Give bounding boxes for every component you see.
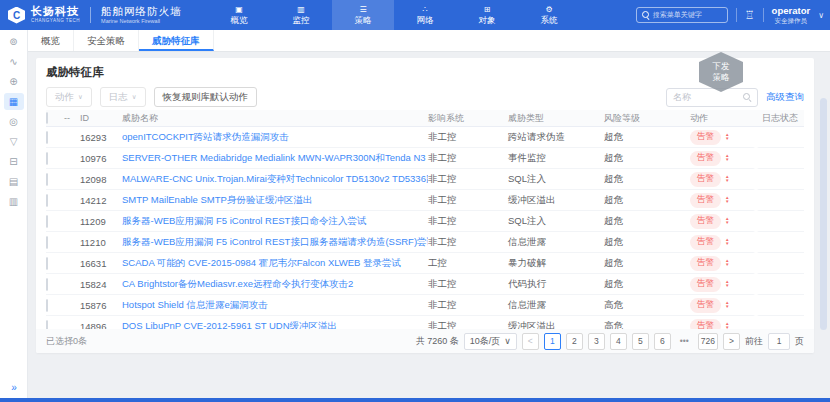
- action-stepper-icon[interactable]: ▲ ▼: [725, 238, 729, 247]
- nav-item-overview[interactable]: ▣概览: [208, 0, 270, 30]
- vertical-scrollbar[interactable]: [820, 98, 827, 330]
- row-checkbox[interactable]: [46, 299, 48, 312]
- user-menu[interactable]: operator 安全操作员: [772, 6, 811, 24]
- top-header: C 长扬科技 CHANGYANG TECH 船舶网络防火墙 Marine Net…: [0, 0, 830, 30]
- col-risk: 风险等级: [604, 112, 690, 125]
- chevron-down-icon[interactable]: ∨: [818, 11, 824, 20]
- row-threat-name-link[interactable]: 服务器-WEB应用漏洞 F5 iControl REST接口命令注入尝试: [122, 215, 428, 228]
- action-alert-pill[interactable]: 告警: [690, 214, 721, 229]
- row-threat-name-link[interactable]: CA Brightstor备份Mediasvr.exe远程命令执行变体攻击2: [122, 278, 428, 291]
- action-alert-pill[interactable]: 告警: [690, 235, 721, 250]
- row-risk-level: 超危: [604, 152, 690, 165]
- row-affected-system: 非工控: [428, 215, 508, 228]
- action-stepper-icon[interactable]: ▲ ▼: [725, 259, 729, 268]
- company-name: 长扬科技 CHANGYANG TECH: [31, 6, 80, 24]
- action-alert-pill[interactable]: 告警: [690, 130, 721, 145]
- tab-威胁特征库[interactable]: 威胁特征库: [139, 30, 214, 51]
- row-threat-name-link[interactable]: MALWARE-CNC Unix.Trojan.Mirai变种对Technico…: [122, 173, 428, 186]
- toggle-knob: [751, 285, 761, 295]
- action-stepper-icon[interactable]: ▲ ▼: [725, 217, 729, 226]
- action-stepper-icon[interactable]: ▲ ▼: [725, 133, 729, 142]
- tab-安全策略[interactable]: 安全策略: [74, 30, 139, 51]
- action-alert-pill[interactable]: 告警: [690, 298, 721, 313]
- sidebar-item-global[interactable]: ⊕: [4, 73, 24, 90]
- nav-item-network[interactable]: ∴网络: [394, 0, 456, 30]
- row-threat-name-link[interactable]: Hotspot Shield 信息泄露e漏洞攻击: [122, 299, 428, 312]
- log-dropdown-button[interactable]: 日志 ∨: [100, 87, 146, 107]
- sidebar-collapse-icon[interactable]: »: [0, 382, 28, 393]
- sidebar-item-target[interactable]: ◎: [4, 113, 24, 130]
- nav-item-system[interactable]: ⚙系统: [518, 0, 580, 30]
- row-risk-level: 高危: [604, 299, 690, 312]
- prev-page-button[interactable]: <: [522, 333, 539, 350]
- page-button-1[interactable]: 1: [544, 333, 561, 350]
- row-threat-name-link[interactable]: SERVER-OTHER Mediabridge Medialink MWN-W…: [122, 152, 428, 165]
- product-title: 船舶网络防火墙 Marine Network Firewall: [101, 6, 182, 24]
- row-checkbox[interactable]: [46, 215, 48, 228]
- threat-table: -- ID 威胁名称 影响系统 威胁类型 风险等级 动作 日志状态 16293 …: [46, 110, 804, 337]
- select-all-checkbox[interactable]: [46, 112, 48, 124]
- action-alert-pill[interactable]: 告警: [690, 151, 721, 166]
- sidebar-item-shield[interactable]: ▽: [4, 133, 24, 150]
- row-checkbox[interactable]: [46, 173, 48, 186]
- tab-bar: 概览安全策略威胁特征库: [28, 30, 830, 52]
- row-checkbox[interactable]: [46, 131, 48, 144]
- row-id: 11210: [80, 237, 122, 248]
- restore-default-action-button[interactable]: 恢复规则库默认动作: [154, 87, 258, 107]
- row-threat-name-link[interactable]: openITCOCKPIT跨站请求伪造漏洞攻击: [122, 131, 428, 144]
- sidebar-item-nat[interactable]: ⊟: [4, 153, 24, 170]
- ship-console-icon[interactable]: ♖: [745, 10, 755, 21]
- page-button-4[interactable]: 4: [610, 333, 627, 350]
- main-nav: ▣概览▥监控☰策略∴网络⊞对象⚙系统: [208, 0, 580, 30]
- action-alert-pill[interactable]: 告警: [690, 277, 721, 292]
- row-checkbox[interactable]: [46, 278, 48, 291]
- advanced-query-link[interactable]: 高级查询: [766, 91, 804, 104]
- sidebar-item-attack-protection[interactable]: ∿: [4, 53, 24, 70]
- row-threat-name-link[interactable]: 服务器-WEB应用漏洞 F5 iControl REST接口服务器端请求伪造(S…: [122, 236, 428, 249]
- page-button-2[interactable]: 2: [566, 333, 583, 350]
- page-button-3[interactable]: 3: [588, 333, 605, 350]
- sidebar-item-overview[interactable]: ⊚: [4, 33, 24, 50]
- row-affected-system: 非工控: [428, 194, 508, 207]
- chevron-down-icon: ∨: [78, 93, 83, 101]
- action-stepper-icon[interactable]: ▲ ▼: [725, 301, 729, 310]
- search-icon: [642, 11, 650, 19]
- action-dropdown-button[interactable]: 动作 ∨: [46, 87, 92, 107]
- company-logo-icon: C: [8, 7, 25, 24]
- action-stepper-icon[interactable]: ▲ ▼: [725, 196, 729, 205]
- page-button-726[interactable]: 726: [698, 333, 718, 350]
- action-alert-pill[interactable]: 告警: [690, 172, 721, 187]
- nav-item-objects[interactable]: ⊞对象: [456, 0, 518, 30]
- sidebar-item-logs[interactable]: ▤: [4, 173, 24, 190]
- page-button-5[interactable]: 5: [632, 333, 649, 350]
- sidebar-item-threat-library[interactable]: ▦: [4, 93, 24, 110]
- name-search-input[interactable]: 名称: [666, 88, 758, 107]
- row-threat-name-link[interactable]: SMTP MailEnable SMTP身份验证缓冲区溢出: [122, 194, 428, 207]
- next-page-button[interactable]: >: [723, 333, 740, 350]
- row-threat-name-link[interactable]: SCADA 可能的 CVE-2015-0984 霍尼韦尔Falcon XLWEB…: [122, 257, 428, 270]
- row-checkbox[interactable]: [46, 152, 48, 165]
- page-size-select[interactable]: 10条/页 ∨: [464, 333, 517, 350]
- action-stepper-icon[interactable]: ▲ ▼: [725, 154, 729, 163]
- row-checkbox[interactable]: [46, 257, 48, 270]
- action-alert-pill[interactable]: 告警: [690, 256, 721, 271]
- table-row: 11209 服务器-WEB应用漏洞 F5 iControl REST接口命令注入…: [46, 211, 804, 232]
- nav-item-monitor[interactable]: ▥监控: [270, 0, 332, 30]
- row-checkbox[interactable]: [46, 194, 48, 207]
- row-risk-level: 超危: [604, 173, 690, 186]
- tab-概览[interactable]: 概览: [28, 30, 74, 51]
- table-header-row: -- ID 威胁名称 影响系统 威胁类型 风险等级 动作 日志状态: [46, 110, 804, 127]
- goto-page-input[interactable]: [768, 333, 790, 350]
- row-checkbox[interactable]: [46, 236, 48, 249]
- sidebar-item-reports[interactable]: ▥: [4, 193, 24, 210]
- col-seq: --: [64, 113, 80, 123]
- nav-item-policy[interactable]: ☰策略: [332, 0, 394, 30]
- table-row: 12098 MALWARE-CNC Unix.Trojan.Mirai变种对Te…: [46, 169, 804, 190]
- page-button-6[interactable]: 6: [654, 333, 671, 350]
- action-alert-pill[interactable]: 告警: [690, 193, 721, 208]
- menu-search-input[interactable]: 搜索菜单关键字: [636, 7, 728, 23]
- action-stepper-icon[interactable]: ▲ ▼: [725, 175, 729, 184]
- row-id: 15876: [80, 300, 122, 311]
- action-stepper-icon[interactable]: ▲ ▼: [725, 280, 729, 289]
- row-affected-system: 非工控: [428, 278, 508, 291]
